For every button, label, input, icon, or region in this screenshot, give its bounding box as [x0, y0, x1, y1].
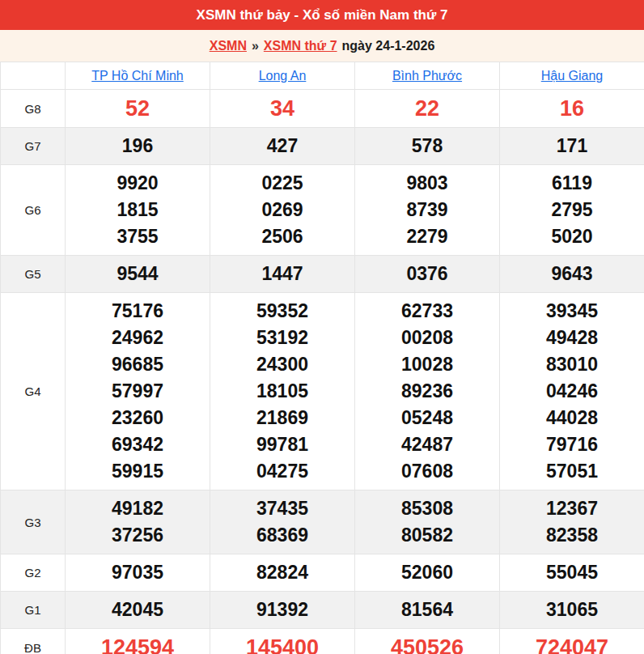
prize-row-G5: G59544144703769643 [1, 256, 644, 293]
result-number: 53192 [210, 325, 354, 351]
result-number: 57051 [500, 458, 644, 485]
result-number: 04275 [210, 458, 354, 485]
result-number: 0376 [355, 261, 499, 287]
result-number: 05248 [355, 405, 499, 431]
result-number: 2506 [210, 223, 354, 250]
result-number: 18105 [210, 378, 354, 405]
result-number: 49428 [500, 325, 644, 351]
result-cell: 4918237256 [66, 491, 210, 554]
result-number: 0269 [210, 197, 354, 223]
result-cell: 16 [500, 90, 644, 128]
result-number: 24962 [66, 325, 210, 351]
page-header: XSMN thứ bảy - Xổ số miền Nam thứ 7 [0, 0, 644, 30]
result-cell: 55045 [500, 554, 644, 592]
result-number: 724047 [500, 634, 644, 654]
result-cell: 8530880582 [355, 491, 500, 554]
result-number: 37256 [66, 522, 210, 549]
result-number: 2795 [500, 197, 644, 223]
result-cell: 62733002081002889236052484248707608 [355, 293, 500, 491]
result-number: 52060 [355, 559, 499, 586]
breadcrumb-link-xsmn-thu-7[interactable]: XSMN thứ 7 [264, 39, 337, 53]
result-number: 0225 [210, 170, 354, 197]
result-cell: 171 [500, 128, 644, 165]
result-cell: 52060 [355, 554, 500, 592]
corner-cell [1, 62, 66, 90]
prize-label: G2 [1, 554, 66, 592]
province-header-cell: Long An [210, 62, 355, 90]
result-number: 82824 [210, 559, 354, 586]
result-number: 39345 [500, 298, 644, 325]
province-header-cell: Hậu Giang [500, 62, 644, 90]
province-link[interactable]: Long An [259, 69, 307, 83]
result-cell: 980387392279 [355, 165, 500, 256]
result-number: 99781 [210, 431, 354, 458]
province-header-cell: Bình Phước [355, 62, 500, 90]
prize-row-G2: G297035828245206055045 [1, 554, 644, 592]
result-number: 34 [210, 95, 354, 122]
results-table: TP Hồ Chí MinhLong AnBình PhướcHậu Giang… [0, 62, 644, 654]
prize-row-G1: G142045913928156431065 [1, 592, 644, 629]
result-number: 42487 [355, 431, 499, 458]
result-number: 44028 [500, 405, 644, 431]
result-cell: 1447 [210, 256, 355, 293]
result-number: 04246 [500, 378, 644, 405]
prize-label: G3 [1, 491, 66, 554]
result-number: 59352 [210, 298, 354, 325]
page-title: XSMN thứ bảy - Xổ số miền Nam thứ 7 [197, 7, 448, 23]
result-number: 75176 [66, 298, 210, 325]
result-number: 68369 [210, 522, 354, 549]
result-cell: 31065 [500, 592, 644, 629]
result-number: 23260 [66, 405, 210, 431]
result-cell: 450526 [355, 629, 500, 654]
province-header-row: TP Hồ Chí MinhLong AnBình PhướcHậu Giang [1, 62, 644, 90]
result-cell: 022502692506 [210, 165, 355, 256]
result-cell: 91392 [210, 592, 355, 629]
result-number: 5020 [500, 223, 644, 250]
result-number: 80582 [355, 522, 499, 549]
result-number: 6119 [500, 170, 644, 197]
province-link[interactable]: TP Hồ Chí Minh [91, 69, 184, 83]
result-cell: 1236782358 [500, 491, 644, 554]
breadcrumb: XSMN » XSMN thứ 7 ngày 24-1-2026 [0, 30, 644, 62]
results-body: G852342216G7196427578171G699201815375502… [1, 90, 644, 654]
breadcrumb-link-xsmn[interactable]: XSMN [210, 39, 247, 53]
prize-row-G7: G7196427578171 [1, 128, 644, 165]
result-cell: 34 [210, 90, 355, 128]
province-link[interactable]: Hậu Giang [541, 69, 604, 83]
prize-label: G1 [1, 592, 66, 629]
result-number: 62733 [355, 298, 499, 325]
result-number: 07608 [355, 458, 499, 485]
result-number: 578 [355, 133, 499, 159]
result-number: 24300 [210, 351, 354, 378]
province-header-cell: TP Hồ Chí Minh [66, 62, 210, 90]
result-cell: 52 [66, 90, 210, 128]
result-number: 83010 [500, 351, 644, 378]
result-number: 96685 [66, 351, 210, 378]
prize-label: G7 [1, 128, 66, 165]
result-cell: 145400 [210, 629, 355, 654]
result-number: 89236 [355, 378, 499, 405]
result-number: 69342 [66, 431, 210, 458]
result-cell: 9544 [66, 256, 210, 293]
result-number: 37435 [210, 495, 354, 522]
result-cell: 427 [210, 128, 355, 165]
result-number: 3755 [66, 223, 210, 250]
prize-label: G4 [1, 293, 66, 491]
result-number: 171 [500, 133, 644, 159]
province-link[interactable]: Bình Phước [392, 69, 462, 83]
result-number: 124594 [66, 634, 210, 654]
result-cell: 59352531922430018105218699978104275 [210, 293, 355, 491]
breadcrumb-date: ngày 24-1-2026 [342, 39, 435, 53]
result-number: 55045 [500, 559, 644, 586]
prize-label: ĐB [1, 629, 66, 654]
result-cell: 196 [66, 128, 210, 165]
result-number: 79716 [500, 431, 644, 458]
result-number: 82358 [500, 522, 644, 549]
result-number: 10028 [355, 351, 499, 378]
result-cell: 992018153755 [66, 165, 210, 256]
result-number: 145400 [210, 634, 354, 654]
result-number: 450526 [355, 634, 499, 654]
result-cell: 3743568369 [210, 491, 355, 554]
result-number: 9643 [500, 261, 644, 287]
prize-row-G6: G699201815375502250269250698038739227961… [1, 165, 644, 256]
